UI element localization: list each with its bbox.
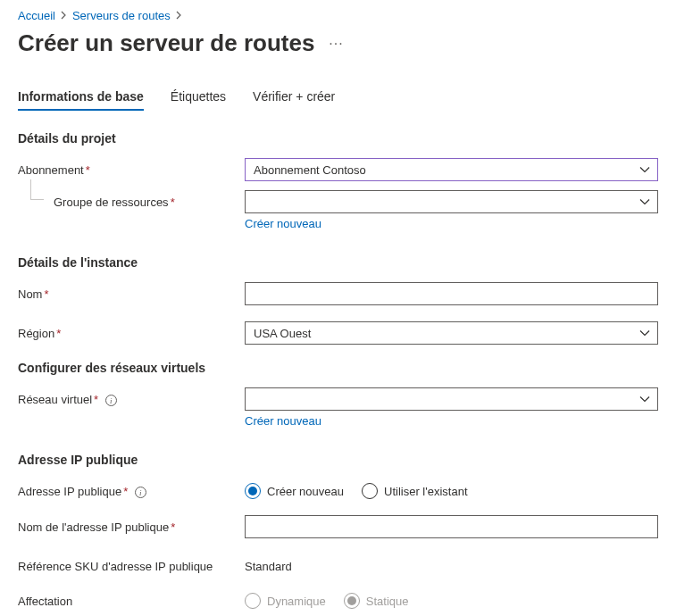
required-indicator: * (171, 520, 175, 534)
chevron-down-icon (639, 327, 650, 340)
page-title: Créer un serveur de routes (18, 29, 314, 57)
label-public-ip: Adresse IP publique* i (18, 479, 245, 498)
tabs: Informations de base Étiquettes Vérifier… (18, 84, 658, 112)
radio-dynamic: Dynamique (245, 593, 326, 609)
required-indicator: * (171, 196, 175, 209)
chevron-down-icon (639, 163, 650, 177)
label-region: Région* (18, 321, 245, 340)
resource-group-select[interactable] (245, 190, 658, 213)
label-assignment: Affectation (18, 589, 245, 608)
more-actions-button[interactable]: ··· (329, 36, 343, 52)
chevron-right-icon (176, 11, 182, 21)
name-input[interactable] (245, 282, 658, 305)
breadcrumb-parent[interactable]: Serveurs de routes (72, 9, 171, 22)
radio-use-existing[interactable]: Utiliser l'existant (362, 483, 468, 499)
public-ip-sku-value: Standard (245, 554, 658, 573)
chevron-down-icon (639, 393, 650, 406)
create-new-resource-group-link[interactable]: Créer nouveau (245, 217, 321, 230)
required-indicator: * (94, 393, 98, 406)
tab-tags[interactable]: Étiquettes (171, 84, 226, 111)
section-project-details: Détails du projet (18, 131, 658, 146)
tab-basics[interactable]: Informations de base (18, 84, 144, 111)
chevron-down-icon (639, 196, 650, 209)
required-indicator: * (123, 485, 128, 498)
section-configure-vnet: Configurer des réseaux virtuels (18, 361, 658, 375)
info-icon[interactable]: i (135, 487, 146, 498)
required-indicator: * (56, 327, 61, 340)
info-icon[interactable]: i (105, 395, 117, 406)
tab-review[interactable]: Vérifier + créer (253, 84, 335, 111)
assignment-radio-group: Dynamique Statique (245, 589, 658, 609)
vnet-select[interactable] (245, 387, 658, 411)
public-ip-name-input[interactable] (245, 515, 658, 538)
label-vnet: Réseau virtuel* i (18, 387, 245, 406)
section-instance-details: Détails de l'instance (18, 255, 658, 270)
chevron-right-icon (61, 11, 67, 21)
radio-icon (245, 593, 261, 609)
required-indicator: * (86, 163, 90, 177)
label-subscription: Abonnement* (18, 158, 245, 177)
subscription-select[interactable]: Abonnement Contoso (245, 158, 658, 181)
public-ip-radio-group: Créer nouveau Utiliser l'existant (245, 479, 658, 499)
region-select[interactable]: USA Ouest (245, 321, 658, 345)
label-public-ip-name: Nom de l'adresse IP publique* (18, 515, 245, 534)
radio-icon (245, 483, 261, 499)
radio-icon (344, 593, 360, 609)
label-name: Nom* (18, 282, 245, 301)
label-public-ip-sku: Référence SKU d'adresse IP publique (18, 554, 245, 573)
radio-icon (362, 483, 378, 499)
radio-static: Statique (344, 593, 409, 609)
create-new-vnet-link[interactable]: Créer nouveau (245, 414, 321, 428)
label-resource-group: Groupe de ressources* (18, 190, 245, 209)
page-title-row: Créer un serveur de routes ··· (18, 29, 658, 57)
radio-create-new[interactable]: Créer nouveau (245, 483, 344, 499)
section-public-ip: Adresse IP publique (18, 453, 658, 467)
breadcrumb-home[interactable]: Accueil (18, 9, 55, 22)
required-indicator: * (44, 287, 48, 301)
breadcrumb: Accueil Serveurs de routes (18, 9, 658, 22)
